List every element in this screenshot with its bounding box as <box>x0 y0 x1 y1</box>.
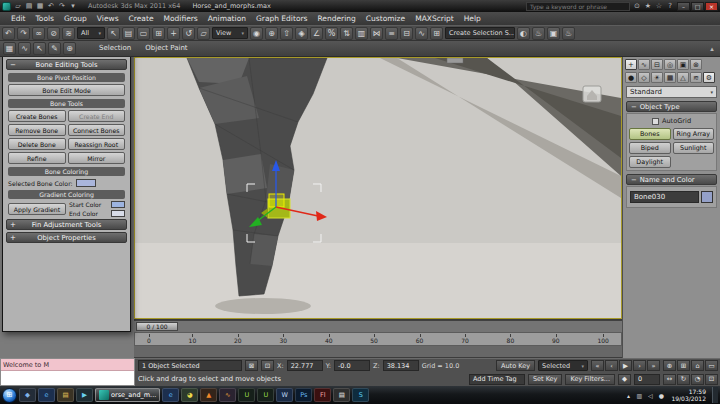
help-icon[interactable]: ? <box>665 1 675 11</box>
undo-icon[interactable]: ↶ <box>2 27 15 40</box>
zoom-all-icon[interactable]: ⊞ <box>677 360 690 371</box>
ribbon-tab-object-paint[interactable]: Object Paint <box>138 41 194 56</box>
ribbon-tab-selection[interactable]: Selection <box>92 41 138 56</box>
systems-category-icon[interactable]: ⚙ <box>703 72 715 83</box>
angle-snap-icon[interactable]: ∠ <box>310 27 323 40</box>
taskbar-udk-icon[interactable]: U <box>238 388 255 402</box>
select-and-link-icon[interactable]: ∞ <box>32 27 45 40</box>
previous-frame-icon[interactable]: ‹ <box>605 360 618 371</box>
biped-button[interactable]: Biped <box>629 142 671 154</box>
curve-editor-icon[interactable]: ∿ <box>415 27 428 40</box>
align-icon[interactable]: ≡ <box>385 27 398 40</box>
taskbar-photoshop-icon[interactable]: Ps <box>295 388 312 402</box>
display-tab-icon[interactable]: ▣ <box>677 59 689 70</box>
bones-button[interactable]: Bones <box>629 128 671 140</box>
taskbar-explorer-icon[interactable]: ▤ <box>57 388 74 402</box>
undo-icon[interactable]: ↶ <box>46 1 56 11</box>
taskbar-udk2-icon[interactable]: U <box>257 388 274 402</box>
layer-manager-icon[interactable]: ⊟ <box>400 27 413 40</box>
key-mode-toggle-icon[interactable]: ◆ <box>618 374 631 385</box>
utilities-tab-icon[interactable]: ⊗ <box>690 59 702 70</box>
percent-snap-icon[interactable]: % <box>325 27 338 40</box>
next-frame-icon[interactable]: › <box>633 360 646 371</box>
object-paint-icon[interactable]: ✎ <box>48 42 61 55</box>
hierarchy-tab-icon[interactable]: ⊟ <box>651 59 663 70</box>
select-and-move-icon[interactable]: + <box>167 27 180 40</box>
taskbar-ie-icon[interactable]: e <box>38 388 55 402</box>
app-logo-icon[interactable] <box>2 2 11 11</box>
taskbar-winamp-icon[interactable]: ∿ <box>219 388 236 402</box>
viewport-splitter-handle[interactable] <box>447 58 463 63</box>
auto-key-button[interactable]: Auto Key <box>496 360 535 371</box>
close-button[interactable]: × <box>705 2 718 11</box>
taskbar-clock[interactable]: 17:59 19/03/2012 <box>671 388 706 402</box>
menu-modifiers[interactable]: Modifiers <box>159 12 203 25</box>
taskbar-ie2-icon[interactable]: e <box>162 388 179 402</box>
viewcube-home-icon[interactable] <box>583 86 601 102</box>
use-pivot-point-icon[interactable]: ◉ <box>250 27 263 40</box>
start-color-swatch[interactable] <box>111 201 125 208</box>
tray-action-center-icon[interactable]: ● <box>657 392 665 399</box>
freeform-tab-icon[interactable]: ∿ <box>18 42 31 55</box>
rollout-object-properties[interactable]: + Object Properties <box>6 232 127 243</box>
timeline-tick[interactable]: 80 <box>507 333 515 345</box>
selection-lock-icon[interactable]: ⊠ <box>245 360 258 371</box>
rollout-bone-editing-tools[interactable]: − Bone Editing Tools <box>6 59 127 70</box>
menu-create[interactable]: Create <box>124 12 159 25</box>
timeline-tick[interactable]: 100 <box>597 333 608 345</box>
mirror-button[interactable]: Mirror <box>68 152 126 164</box>
selection-filter-dropdown[interactable]: All ▾ <box>77 27 105 39</box>
save-file-icon[interactable]: ▦ <box>35 1 45 11</box>
timeline-tick[interactable]: 90 <box>552 333 560 345</box>
start-button[interactable]: ⊞ <box>2 388 17 403</box>
orbit-icon[interactable]: ↻ <box>677 374 690 385</box>
reassign-root-button[interactable]: Reassign Root <box>68 138 126 150</box>
motion-tab-icon[interactable]: ◎ <box>664 59 676 70</box>
helpers-category-icon[interactable]: △ <box>677 72 689 83</box>
timeline-tick[interactable]: 60 <box>416 333 424 345</box>
timeline-tick[interactable]: 70 <box>461 333 469 345</box>
rectangular-selection-region-icon[interactable]: ▭ <box>137 27 150 40</box>
daylight-button[interactable]: Daylight <box>629 156 671 168</box>
taskbar-skype-icon[interactable]: S <box>352 388 369 402</box>
space-warps-category-icon[interactable]: ≋ <box>690 72 702 83</box>
tray-show-hidden-icon[interactable]: ▴ <box>624 392 632 399</box>
bone-edit-mode-button[interactable]: Bone Edit Mode <box>8 84 125 96</box>
redo-icon[interactable]: ↷ <box>17 27 30 40</box>
rendered-frame-window-icon[interactable]: ▣ <box>547 27 560 40</box>
menu-graph-editors[interactable]: Graph Editors <box>251 12 313 25</box>
select-and-rotate-icon[interactable]: ↺ <box>182 27 195 40</box>
keyboard-override-icon[interactable]: ⇧ <box>280 27 293 40</box>
tray-network-icon[interactable]: ▥ <box>635 392 643 399</box>
infocenter-search-input[interactable]: Type a keyword or phrase <box>526 2 630 11</box>
material-editor-icon[interactable]: ◐ <box>517 27 530 40</box>
favorites-icon[interactable]: ☆ <box>654 1 664 11</box>
timeline-tick[interactable]: 40 <box>325 333 333 345</box>
cameras-category-icon[interactable]: ▦ <box>664 72 676 83</box>
maxscript-mini-listener[interactable]: Welcome to M <box>0 358 135 386</box>
redo-icon[interactable]: ↷ <box>57 1 67 11</box>
snap-toggle-icon[interactable]: ◈ <box>295 27 308 40</box>
end-color-swatch[interactable] <box>111 210 125 217</box>
timeline-tick[interactable]: 30 <box>279 333 287 345</box>
menu-animation[interactable]: Animation <box>203 12 251 25</box>
select-and-manipulate-icon[interactable]: ⊕ <box>265 27 278 40</box>
spinner-snap-icon[interactable]: ⇅ <box>340 27 353 40</box>
modify-tab-icon[interactable]: ∿ <box>638 59 650 70</box>
menu-views[interactable]: Views <box>92 12 124 25</box>
named-selection-set-dropdown[interactable]: Create Selection S... ▾ <box>445 27 515 39</box>
maximize-button[interactable]: □ <box>691 2 704 11</box>
field-of-view-icon[interactable]: ◔ <box>691 374 704 385</box>
create-end-button[interactable]: Create End <box>68 110 126 122</box>
taskbar-flash-icon[interactable]: Fl <box>314 388 331 402</box>
x-coordinate-field[interactable]: 22.777 <box>287 360 323 371</box>
object-name-field[interactable]: Bone030 <box>630 191 699 203</box>
coordinate-system-dropdown[interactable]: View ▾ <box>212 27 248 39</box>
create-tab-icon[interactable]: + <box>625 59 637 70</box>
absolute-mode-icon[interactable]: ⊡ <box>261 360 274 371</box>
search-icon[interactable]: ⊙ <box>632 1 642 11</box>
taskbar-active-app[interactable]: orse_and_m... <box>95 388 160 402</box>
lights-category-icon[interactable]: ☀ <box>651 72 663 83</box>
object-subtype-dropdown[interactable]: Standard ▾ <box>626 86 717 98</box>
schematic-view-icon[interactable]: ⊞ <box>430 27 443 40</box>
